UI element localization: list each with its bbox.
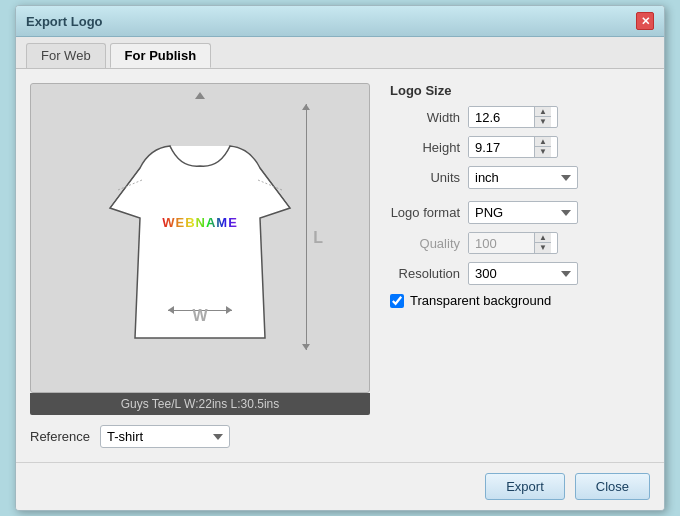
quality-spin-up[interactable]: ▲ bbox=[535, 233, 551, 243]
close-icon[interactable]: ✕ bbox=[636, 12, 654, 30]
height-spinner: ▲ ▼ bbox=[468, 136, 558, 158]
settings-panel: Logo Size Width ▲ ▼ Height ▲ bbox=[390, 83, 650, 448]
preview-caption: Guys Tee/L W:22ins L:30.5ins bbox=[30, 393, 370, 415]
dimension-l-label: L bbox=[313, 229, 323, 247]
title-bar: Export Logo ✕ bbox=[16, 6, 664, 37]
dialog-title: Export Logo bbox=[26, 14, 103, 29]
reference-select[interactable]: T-shirt Hoodie Polo bbox=[100, 425, 230, 448]
quality-spinner: ▲ ▼ bbox=[468, 232, 558, 254]
quality-label: Quality bbox=[390, 236, 460, 251]
tshirt-preview: WEBNAME W bbox=[100, 113, 300, 353]
units-select[interactable]: inch cm mm px bbox=[468, 166, 578, 189]
dimension-l-line bbox=[306, 104, 307, 350]
logo-format-label: Logo format bbox=[390, 205, 460, 220]
height-spin-up[interactable]: ▲ bbox=[535, 137, 551, 147]
width-spinner: ▲ ▼ bbox=[468, 106, 558, 128]
transparent-bg-checkbox[interactable] bbox=[390, 294, 404, 308]
logo-size-title: Logo Size bbox=[390, 83, 650, 98]
height-row: Height ▲ ▼ bbox=[390, 136, 650, 158]
resolution-row: Resolution 72 96 150 300 600 bbox=[390, 262, 650, 285]
transparent-bg-row: Transparent background bbox=[390, 293, 650, 308]
logo-format-select[interactable]: PNG JPEG BMP TIFF bbox=[468, 201, 578, 224]
close-button[interactable]: Close bbox=[575, 473, 650, 500]
reference-row: Reference T-shirt Hoodie Polo bbox=[30, 425, 370, 448]
tab-for-publish[interactable]: For Publish bbox=[110, 43, 212, 68]
height-input[interactable] bbox=[469, 137, 534, 157]
quality-spin-arrows: ▲ ▼ bbox=[534, 233, 551, 253]
reference-label: Reference bbox=[30, 429, 90, 444]
export-button[interactable]: Export bbox=[485, 473, 565, 500]
main-content: L WEBNAME bbox=[16, 69, 664, 462]
width-spin-up[interactable]: ▲ bbox=[535, 107, 551, 117]
export-logo-dialog: Export Logo ✕ For Web For Publish L bbox=[15, 5, 665, 511]
dimension-w-label: W bbox=[192, 307, 207, 325]
tab-for-web[interactable]: For Web bbox=[26, 43, 106, 68]
footer: Export Close bbox=[16, 462, 664, 510]
resolution-select[interactable]: 72 96 150 300 600 bbox=[468, 262, 578, 285]
height-spin-down[interactable]: ▼ bbox=[535, 147, 551, 157]
logo-format-row: Logo format PNG JPEG BMP TIFF bbox=[390, 201, 650, 224]
width-spin-down[interactable]: ▼ bbox=[535, 117, 551, 127]
width-row: Width ▲ ▼ bbox=[390, 106, 650, 128]
quality-input bbox=[469, 233, 534, 253]
units-label: Units bbox=[390, 170, 460, 185]
top-arrow-indicator bbox=[195, 92, 205, 99]
width-label: Width bbox=[390, 110, 460, 125]
quality-row: Quality ▲ ▼ bbox=[390, 232, 650, 254]
units-row: Units inch cm mm px bbox=[390, 166, 650, 189]
width-spin-arrows: ▲ ▼ bbox=[534, 107, 551, 127]
preview-box: L WEBNAME bbox=[30, 83, 370, 393]
resolution-label: Resolution bbox=[390, 266, 460, 281]
transparent-bg-label[interactable]: Transparent background bbox=[410, 293, 551, 308]
quality-spin-down[interactable]: ▼ bbox=[535, 243, 551, 253]
height-label: Height bbox=[390, 140, 460, 155]
width-input[interactable] bbox=[469, 107, 534, 127]
tabs-container: For Web For Publish bbox=[16, 37, 664, 69]
logo-text-overlay: WEBNAME bbox=[162, 215, 238, 230]
height-spin-arrows: ▲ ▼ bbox=[534, 137, 551, 157]
preview-panel: L WEBNAME bbox=[30, 83, 370, 448]
